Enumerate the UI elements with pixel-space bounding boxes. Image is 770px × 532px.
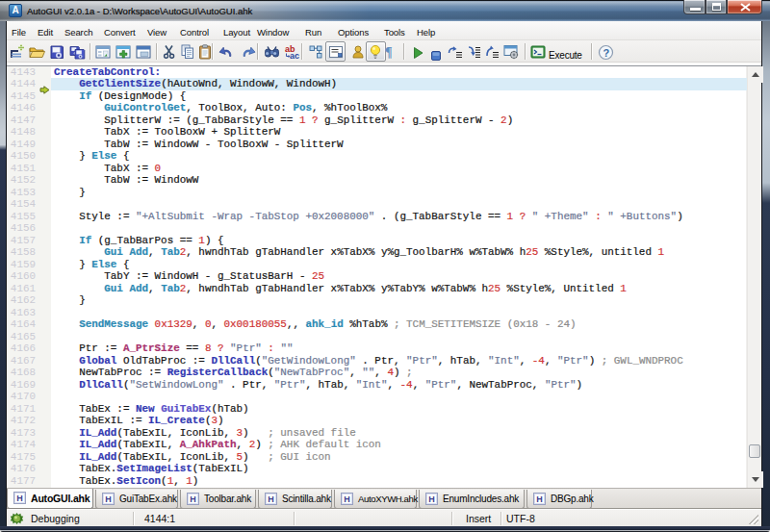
- svg-text:ac: ac: [290, 51, 299, 60]
- svg-text:?: ?: [603, 47, 610, 59]
